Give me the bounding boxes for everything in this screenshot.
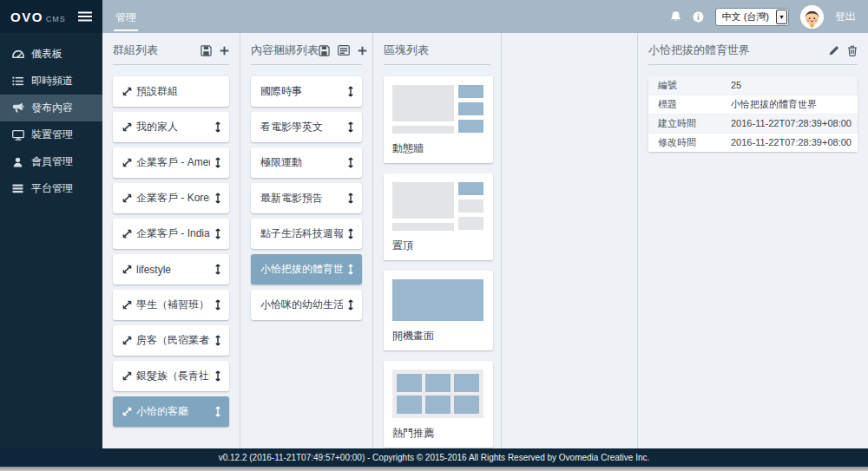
- item-label: 點子生活科技週報: [260, 226, 343, 241]
- sidebar-item-label: 會員管理: [31, 154, 73, 169]
- bundle-list-item[interactable]: 看電影學英文: [251, 112, 362, 142]
- bell-icon[interactable]: [670, 10, 681, 23]
- table-icon: [11, 184, 24, 193]
- bundle-list-item[interactable]: 國際時事: [251, 76, 362, 107]
- add-bundle-icon[interactable]: [358, 46, 367, 56]
- drag-vertical-icon[interactable]: [347, 86, 354, 97]
- move-diagonal-icon: [122, 229, 132, 239]
- logo-text: OVO: [10, 10, 43, 24]
- drag-vertical-icon[interactable]: [347, 157, 354, 168]
- sidebar-item-publish-content[interactable]: 發布內容: [0, 95, 102, 121]
- save-icon[interactable]: [319, 45, 330, 56]
- detail-row-label: 標題: [648, 95, 731, 114]
- bundle-list-item[interactable]: 極限運動: [251, 147, 362, 178]
- block-card-feed[interactable]: 動態牆: [384, 76, 493, 163]
- language-select[interactable]: 中文 (台灣) ▼: [715, 8, 789, 26]
- detail-row: 建立時間2016-11-22T07:28:39+08:00: [648, 114, 858, 134]
- app-logo: OVO CMS: [10, 10, 66, 24]
- bundle-list-item[interactable]: 點子生活科技週報: [251, 219, 362, 249]
- item-label: 學生（補習班）: [136, 298, 210, 312]
- item-label: 銀髮族（長青社區）: [136, 369, 210, 383]
- group-list-item[interactable]: 企業客戶 - Korea: [113, 183, 229, 213]
- detail-panel: 小恰把拔的體育世界 編號25標題小恰把拔的體育世界建立時間2016-11-22T…: [638, 33, 868, 448]
- block-card-pinned[interactable]: 置頂: [384, 173, 493, 260]
- move-diagonal-icon: [122, 300, 132, 310]
- detail-row-value: 2016-11-22T07:28:39+08:00: [731, 114, 852, 133]
- detail-title: 小恰把拔的體育世界: [648, 43, 828, 58]
- info-icon[interactable]: [693, 11, 704, 23]
- drag-vertical-icon[interactable]: [214, 264, 221, 275]
- gauge-icon: [11, 49, 24, 60]
- tab-management[interactable]: 管理: [114, 7, 138, 31]
- sidebar-item-platform-management[interactable]: 平台管理: [0, 175, 102, 202]
- block-card-grid[interactable]: 熱門推薦: [384, 361, 493, 448]
- move-diagonal-icon: [122, 87, 132, 96]
- item-label: 看電影學英文: [260, 120, 343, 134]
- add-group-icon[interactable]: [220, 46, 229, 56]
- group-list-item[interactable]: 預設群組: [113, 76, 229, 107]
- drag-vertical-icon[interactable]: [214, 299, 221, 311]
- drag-vertical-icon[interactable]: [347, 228, 354, 239]
- bundle-list-item[interactable]: 小恰把拔的體育世界: [251, 254, 362, 285]
- detail-row-label: 修改時間: [648, 134, 731, 152]
- top-navbar: OVO CMS 管理 中文 (台灣) ▼: [0, 0, 868, 33]
- detail-row-value: 小恰把拔的體育世界: [731, 95, 817, 114]
- drag-vertical-icon[interactable]: [214, 157, 221, 168]
- block-label: 動態牆: [392, 141, 484, 156]
- group-list-item[interactable]: 銀髮族（長青社區）: [113, 361, 229, 391]
- sidebar-item-member-management[interactable]: 會員管理: [0, 148, 102, 175]
- group-list-item[interactable]: lifestyle: [113, 254, 229, 285]
- save-icon[interactable]: [201, 45, 212, 56]
- user-avatar[interactable]: [800, 5, 824, 29]
- item-label: 國際時事: [260, 84, 343, 99]
- group-list-item[interactable]: 房客（民宿業者）: [113, 325, 229, 356]
- sidebar-item-live-channel[interactable]: 即時頻道: [0, 68, 102, 95]
- move-diagonal-icon: [122, 193, 132, 203]
- detail-row-label: 編號: [648, 76, 731, 95]
- footer-version-copyright: v0.12.2 (2016-11-21T07:49:57+00:00) - Co…: [219, 453, 650, 462]
- group-list-item[interactable]: 企業客戶 - India: [113, 219, 229, 249]
- group-list-item[interactable]: 我的家人: [113, 112, 229, 142]
- logo-suffix: CMS: [46, 15, 66, 23]
- sidebar-item-label: 儀表板: [31, 47, 62, 62]
- drag-vertical-icon[interactable]: [347, 121, 354, 133]
- item-label: 企業客戶 - India: [136, 226, 210, 241]
- list-view-icon[interactable]: [338, 45, 350, 56]
- content-area: 群組列表 預設群組我的家人企業客戶 - America企業客戶 - Korea企…: [102, 33, 868, 448]
- drag-vertical-icon[interactable]: [347, 193, 354, 204]
- drag-vertical-icon[interactable]: [214, 228, 221, 239]
- app-footer: v0.12.2 (2016-11-21T07:49:57+00:00) - Co…: [0, 448, 868, 467]
- drag-vertical-icon[interactable]: [347, 264, 354, 275]
- logout-button[interactable]: 登出: [835, 10, 856, 24]
- move-diagonal-icon: [122, 407, 132, 416]
- block-card-fullscreen[interactable]: 開機畫面: [384, 271, 493, 350]
- trash-icon[interactable]: [847, 45, 858, 56]
- language-selected-value: 中文 (台灣): [716, 10, 775, 23]
- sidebar-item-label: 裝置管理: [31, 128, 73, 142]
- drag-vertical-icon[interactable]: [214, 370, 221, 382]
- group-list-item[interactable]: 小恰的客廳: [113, 396, 229, 427]
- item-label: 小恰把拔的體育世界: [260, 262, 343, 277]
- drag-vertical-icon[interactable]: [214, 406, 221, 417]
- sidebar-item-device-management[interactable]: 裝置管理: [0, 121, 102, 148]
- drag-vertical-icon[interactable]: [347, 299, 354, 311]
- bundle-list-item[interactable]: 最新電影預告: [251, 183, 362, 213]
- item-label: 企業客戶 - America: [136, 155, 210, 170]
- sidebar-item-label: 發布內容: [31, 101, 73, 115]
- group-list-item[interactable]: 學生（補習班）: [113, 290, 229, 320]
- block-label: 開機畫面: [392, 329, 484, 343]
- sidebar-item-dashboard[interactable]: 儀表板: [0, 41, 102, 68]
- groups-title: 群組列表: [113, 43, 201, 58]
- drag-vertical-icon[interactable]: [214, 335, 221, 346]
- sidebar-item-label: 平台管理: [31, 181, 73, 196]
- hamburger-menu-icon[interactable]: [78, 11, 92, 22]
- bundle-list-item[interactable]: 小恰咪的幼幼生活: [251, 290, 362, 320]
- detail-row-value: 25: [731, 76, 741, 95]
- blocks-list: 動態牆置頂開機畫面熱門推薦: [384, 76, 490, 448]
- drag-vertical-icon[interactable]: [214, 193, 221, 204]
- spacer-column: [502, 33, 638, 448]
- move-diagonal-icon: [122, 265, 132, 274]
- group-list-item[interactable]: 企業客戶 - America: [113, 147, 229, 178]
- drag-vertical-icon[interactable]: [214, 121, 221, 133]
- edit-pencil-icon[interactable]: [828, 45, 839, 56]
